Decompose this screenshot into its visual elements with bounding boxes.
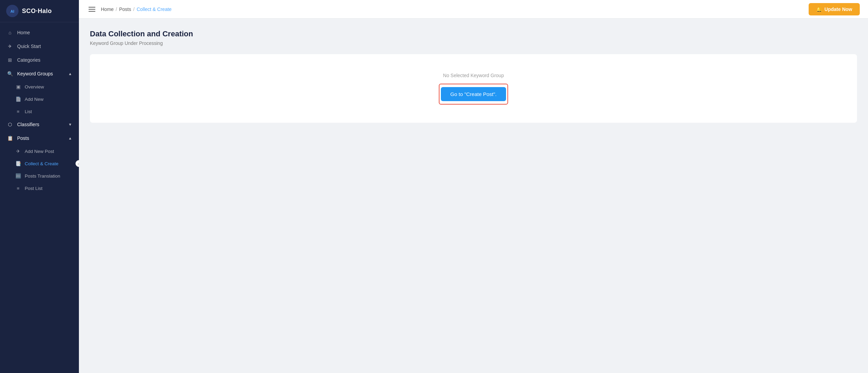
no-selection-text: No Selected Keyword Group	[443, 73, 504, 78]
classifiers-chevron: ▼	[68, 122, 72, 127]
logo-text: SCO·Halo	[22, 8, 52, 15]
sidebar-item-posts[interactable]: 📋 Posts ▲	[0, 131, 79, 145]
sidebar-item-posts-translation[interactable]: 🔤 Posts Translation	[0, 170, 79, 182]
add-new-post-icon: ✈	[15, 148, 21, 154]
svg-text:AI: AI	[11, 9, 14, 13]
overview-icon: ▣	[15, 84, 21, 90]
sidebar-item-quick-start[interactable]: ✈ Quick Start	[0, 39, 79, 53]
breadcrumb-current: Collect & Create	[137, 7, 172, 12]
sidebar: AI SCO·Halo ⌂ Home ✈ Quick Start ⊞ Categ…	[0, 0, 79, 373]
page-content-area: Data Collection and Creation Keyword Gro…	[79, 19, 868, 373]
sidebar-item-add-new-post[interactable]: ✈ Add New Post	[0, 145, 79, 157]
list-icon: ≡	[15, 108, 21, 115]
logo: AI SCO·Halo	[0, 0, 79, 22]
page-subtitle: Keyword Group Under Processing	[90, 40, 857, 46]
breadcrumb: Home / Posts / Collect & Create	[101, 7, 172, 12]
classifiers-icon: ⬡	[7, 121, 13, 128]
update-bell-icon: 🔔	[816, 7, 822, 12]
content-card: No Selected Keyword Group Go to "Create …	[90, 54, 857, 123]
header: Home / Posts / Collect & Create 🔔 Update…	[79, 0, 868, 19]
sidebar-item-keyword-groups[interactable]: 🔍 Keyword Groups ▲	[0, 67, 79, 81]
sidebar-item-overview[interactable]: ▣ Overview	[0, 81, 79, 93]
sidebar-navigation: ⌂ Home ✈ Quick Start ⊞ Categories 🔍 Keyw…	[0, 22, 79, 373]
header-left: Home / Posts / Collect & Create	[87, 5, 172, 13]
keyword-groups-icon: 🔍	[7, 71, 13, 77]
post-list-icon: ≡	[15, 185, 21, 191]
sidebar-item-home[interactable]: ⌂ Home	[0, 26, 79, 39]
collect-create-icon: 📑	[15, 160, 21, 167]
goto-create-post-button[interactable]: Go to "Create Post".	[441, 87, 506, 101]
main-content: Home / Posts / Collect & Create 🔔 Update…	[79, 0, 868, 373]
keyword-box-border: Go to "Create Post".	[439, 84, 508, 105]
update-now-button[interactable]: 🔔 Update Now	[809, 3, 860, 15]
sidebar-item-categories[interactable]: ⊞ Categories	[0, 53, 79, 67]
logo-icon: AI	[6, 5, 19, 17]
sidebar-collapse-button[interactable]: ◁	[75, 160, 79, 167]
breadcrumb-sep-1: /	[116, 7, 117, 12]
posts-translation-icon: 🔤	[15, 173, 21, 179]
sidebar-item-collect-create[interactable]: 📑 Collect & Create ◁	[0, 157, 79, 170]
breadcrumb-home[interactable]: Home	[101, 7, 114, 12]
breadcrumb-sep-2: /	[133, 7, 134, 12]
home-icon: ⌂	[7, 29, 13, 36]
breadcrumb-posts[interactable]: Posts	[119, 7, 131, 12]
sidebar-item-list[interactable]: ≡ List	[0, 105, 79, 118]
categories-icon: ⊞	[7, 57, 13, 63]
hamburger-menu[interactable]	[87, 5, 97, 13]
add-new-icon: 📄	[15, 96, 21, 102]
sidebar-item-post-list[interactable]: ≡ Post List	[0, 182, 79, 194]
posts-icon: 📋	[7, 135, 13, 141]
no-selection-box: No Selected Keyword Group Go to "Create …	[439, 73, 508, 105]
keyword-groups-chevron: ▲	[68, 72, 72, 76]
posts-chevron: ▲	[68, 136, 72, 140]
page-title: Data Collection and Creation	[90, 29, 857, 38]
quick-start-icon: ✈	[7, 43, 13, 49]
sidebar-item-add-new[interactable]: 📄 Add New	[0, 93, 79, 105]
sidebar-item-classifiers[interactable]: ⬡ Classifiers ▼	[0, 118, 79, 131]
